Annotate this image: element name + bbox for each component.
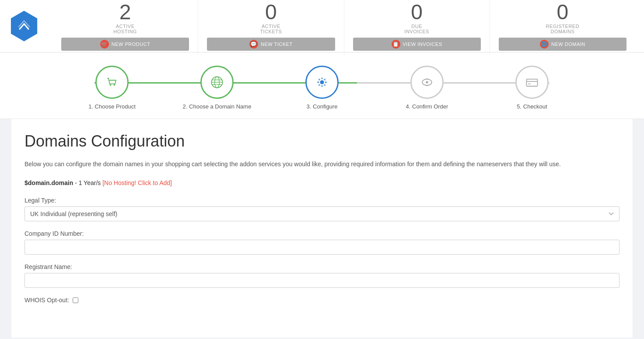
header: 2 ACTIVE HOSTING 🛒 NEW PRODUCT 0 ACTIVE … (0, 0, 644, 52)
step-2-choose-domain[interactable]: 2. Choose a Domain Name (164, 66, 270, 110)
domain-icon: 🌐 (540, 40, 549, 49)
step-1-label: 1. Choose Product (88, 103, 136, 110)
svg-point-11 (426, 81, 428, 83)
step-2-circle (200, 66, 234, 99)
company-id-group: Company ID Number: (24, 230, 620, 255)
svg-point-1 (110, 84, 112, 86)
step-4-label: 4. Confirm Order (406, 103, 448, 110)
company-id-input[interactable] (24, 240, 620, 255)
svg-point-8 (320, 80, 324, 84)
page-description: Below you can configure the domain names… (24, 159, 620, 169)
step-5-checkout[interactable]: 5. Checkout (480, 66, 584, 110)
step-1-choose-product[interactable]: 1. Choose Product (60, 66, 164, 110)
domain-term-text: - (75, 179, 79, 186)
svg-point-0 (105, 75, 119, 89)
stats-group: 2 ACTIVE HOSTING 🛒 NEW PRODUCT 0 ACTIVE … (52, 0, 635, 55)
step-4-confirm-order[interactable]: 4. Confirm Order (374, 66, 480, 110)
cart-icon: 🛒 (100, 40, 109, 49)
stat-active-hosting: 2 ACTIVE HOSTING 🛒 NEW PRODUCT (52, 0, 198, 55)
step-1-circle (95, 66, 129, 99)
stat-invoices-label: DUE INVOICES (404, 24, 429, 34)
step-3-circle (305, 66, 339, 99)
stat-active-tickets: 0 ACTIVE TICKETS 💬 NEW TICKET (198, 0, 344, 55)
stat-tickets-number: 0 (265, 2, 277, 23)
view-invoices-button[interactable]: 📋 VIEW INVOICES (353, 38, 481, 51)
legal-type-select[interactable]: UK Individual (representing self) UK Lim… (24, 206, 620, 221)
stat-due-invoices: 0 DUE INVOICES 📋 VIEW INVOICES (344, 0, 490, 55)
step-4-circle (410, 66, 444, 99)
step-3-label: 3. Configure (307, 103, 338, 110)
legal-type-group: Legal Type: UK Individual (representing … (24, 197, 620, 221)
domain-term: 1 Year/s (79, 179, 101, 186)
company-id-label: Company ID Number: (24, 230, 620, 237)
step-5-circle (515, 66, 549, 99)
whois-optout-checkbox[interactable] (73, 297, 78, 303)
stat-domains-number: 0 (557, 2, 569, 23)
page-title: Domains Configuration (24, 132, 620, 150)
stat-hosting-number: 2 (119, 2, 131, 23)
main-content: Domains Configuration Below you can conf… (11, 119, 633, 338)
whois-optout-group: WHOIS Opt-out: (24, 297, 620, 304)
svg-point-2 (114, 84, 116, 86)
svg-rect-12 (526, 79, 537, 86)
whois-optout-label: WHOIS Opt-out: (24, 297, 69, 304)
step-2-label: 2. Choose a Domain Name (183, 103, 252, 110)
stat-invoices-number: 0 (411, 2, 423, 23)
registrant-name-label: Registrant Name: (24, 263, 620, 270)
stat-domains-label: REGISTERED DOMAINS (546, 24, 580, 34)
domain-name: $domain.domain (24, 179, 73, 186)
chat-icon: 💬 (249, 40, 258, 49)
stat-hosting-label: ACTIVE HOSTING (113, 24, 137, 34)
step-5-label: 5. Checkout (517, 103, 547, 110)
registrant-name-input[interactable] (24, 273, 620, 288)
registrant-name-group: Registrant Name: (24, 263, 620, 288)
stat-registered-domains: 0 REGISTERED DOMAINS 🌐 NEW DOMAIN (490, 0, 635, 55)
new-product-button[interactable]: 🛒 NEW PRODUCT (61, 38, 189, 51)
step-3-configure[interactable]: 3. Configure (270, 66, 374, 110)
new-domain-button[interactable]: 🌐 NEW DOMAIN (499, 38, 626, 51)
stat-tickets-label: ACTIVE TICKETS (260, 24, 282, 34)
steps-section: 1. Choose Product 2. Choose a Domain Nam… (0, 52, 644, 119)
steps-container: 1. Choose Product 2. Choose a Domain Nam… (60, 66, 584, 110)
legal-type-label: Legal Type: (24, 197, 620, 204)
invoice-icon: 📋 (392, 40, 400, 49)
no-hosting-link[interactable]: [No Hosting! Click to Add] (102, 179, 172, 186)
new-ticket-button[interactable]: 💬 NEW TICKET (207, 38, 335, 51)
logo (9, 11, 39, 42)
domain-info-line: $domain.domain - 1 Year/s [No Hosting! C… (24, 179, 620, 186)
